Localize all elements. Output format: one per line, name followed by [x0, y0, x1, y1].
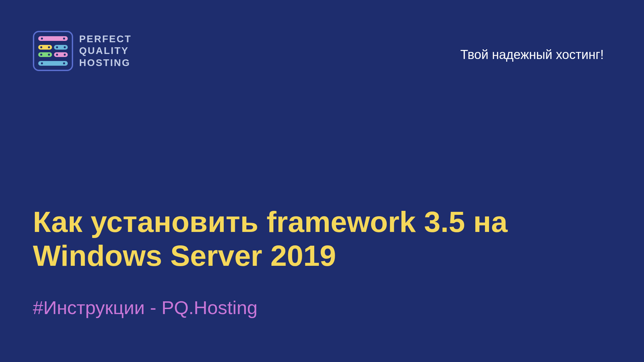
logo-bar-blue	[38, 61, 68, 66]
logo-text-line1: PERFECT	[79, 34, 131, 45]
header: PERFECT QUALITY HOSTING Твой надежный хо…	[0, 0, 644, 71]
tagline: Твой надежный хостинг!	[461, 48, 604, 62]
logo-p	[38, 45, 52, 57]
logo-text-line3: HOSTING	[79, 57, 131, 68]
logo-icon	[33, 31, 73, 71]
content: Как установить framework 3.5 на Windows …	[33, 205, 610, 318]
page-title: Как установить framework 3.5 на Windows …	[33, 205, 610, 273]
logo-ps-row	[38, 45, 68, 57]
logo-text: PERFECT QUALITY HOSTING	[79, 34, 131, 68]
logo-bar-pink	[38, 36, 68, 41]
logo: PERFECT QUALITY HOSTING	[33, 31, 131, 71]
logo-text-line2: QUALITY	[79, 45, 131, 56]
logo-s	[54, 45, 68, 57]
subtitle: #Инструкции - PQ.Hosting	[33, 297, 610, 318]
